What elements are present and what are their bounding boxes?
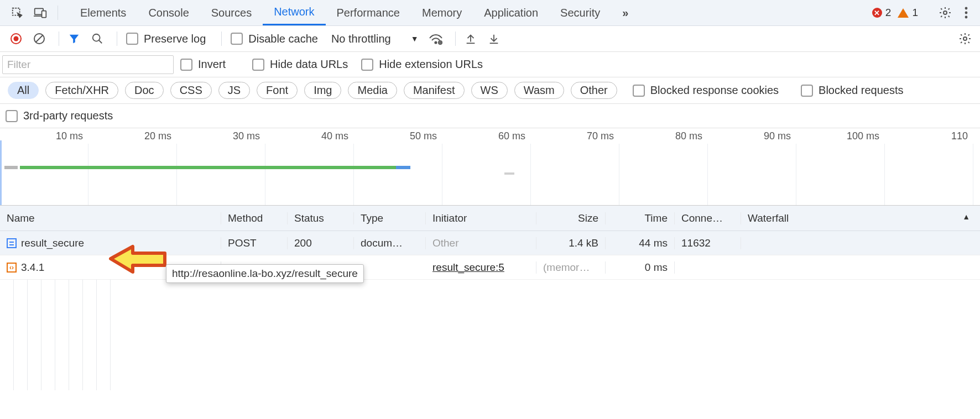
pill-doc[interactable]: Doc <box>125 82 164 99</box>
hide-ext-urls-checkbox[interactable]: Hide extension URLs <box>361 58 483 71</box>
warning-count: 1 <box>912 7 918 19</box>
error-count: 2 <box>885 7 892 19</box>
request-size: (memor… <box>536 261 606 274</box>
disable-cache-label: Disable cache <box>248 33 318 45</box>
inspect-icon[interactable] <box>9 4 25 21</box>
timeline-tick: 60 ms <box>442 130 531 142</box>
pill-other[interactable]: Other <box>571 82 617 99</box>
hide-data-urls-checkbox[interactable]: Hide data URLs <box>252 58 348 71</box>
upload-har-icon[interactable] <box>461 29 480 48</box>
pill-js[interactable]: JS <box>218 82 250 99</box>
device-toggle-icon[interactable] <box>32 4 49 21</box>
download-har-icon[interactable] <box>484 29 503 48</box>
col-initiator[interactable]: Initiator <box>426 212 536 224</box>
kebab-menu-icon[interactable] <box>958 4 974 21</box>
svg-point-18 <box>963 37 967 40</box>
tab-network[interactable]: Network <box>263 0 325 25</box>
request-time: 0 ms <box>606 261 675 274</box>
tab-console[interactable]: Console <box>137 0 200 25</box>
col-time[interactable]: Time <box>606 212 675 224</box>
svg-point-5 <box>965 7 968 10</box>
blocked-cookies-checkbox[interactable]: Blocked response cookies <box>633 84 779 97</box>
document-icon <box>7 238 17 248</box>
tab-memory[interactable]: Memory <box>411 0 473 25</box>
request-initiator: Other <box>426 237 536 249</box>
third-party-label: 3rd-party requests <box>23 109 113 122</box>
pill-all[interactable]: All <box>8 82 39 99</box>
record-button[interactable] <box>7 29 25 48</box>
pill-ws[interactable]: WS <box>471 82 508 99</box>
search-icon[interactable] <box>88 29 107 48</box>
tabs-more[interactable]: » <box>611 0 639 25</box>
timeline-tick: 50 ms <box>354 130 442 142</box>
svg-point-9 <box>14 36 19 41</box>
request-name: result_secure <box>21 237 84 249</box>
third-party-checkbox[interactable]: 3rd-party requests <box>6 109 113 122</box>
svg-line-13 <box>99 40 102 44</box>
pill-css[interactable]: CSS <box>170 82 212 99</box>
request-status: 200 <box>288 237 354 249</box>
col-method[interactable]: Method <box>221 212 288 224</box>
request-row[interactable]: ‹›3.4.1result_secure:5(memor…0 ms <box>0 255 980 280</box>
tab-application[interactable]: Application <box>473 0 549 25</box>
chevron-down-icon: ▼ <box>411 34 419 43</box>
svg-point-14 <box>435 41 436 43</box>
issues-badges[interactable]: ✕ 2 1 <box>872 7 922 19</box>
timeline-overview[interactable]: 10 ms20 ms30 ms40 ms50 ms60 ms70 ms80 ms… <box>0 128 980 206</box>
request-type: docum… <box>354 237 426 249</box>
col-type[interactable]: Type <box>354 212 426 224</box>
blocked-cookies-label: Blocked response cookies <box>650 84 779 97</box>
timeline-tick: 70 ms <box>531 130 619 142</box>
timeline-tick: 80 ms <box>619 130 708 142</box>
col-waterfall[interactable]: Waterfall▲ <box>741 212 980 224</box>
clear-button[interactable] <box>30 29 49 48</box>
col-size[interactable]: Size <box>536 212 606 224</box>
col-status[interactable]: Status <box>288 212 354 224</box>
timeline-tick: 100 ms <box>796 130 885 142</box>
pill-img[interactable]: Img <box>304 82 341 99</box>
network-conditions-icon[interactable] <box>426 29 445 48</box>
request-size: 1.4 kB <box>536 237 606 249</box>
blocked-requests-checkbox[interactable]: Blocked requests <box>801 84 903 97</box>
tab-sources[interactable]: Sources <box>200 0 263 25</box>
svg-line-11 <box>36 35 43 42</box>
timeline-tick: 40 ms <box>265 130 354 142</box>
pill-font[interactable]: Font <box>257 82 298 99</box>
disable-cache-checkbox[interactable]: Disable cache <box>231 33 318 45</box>
gear-icon[interactable] <box>937 4 953 21</box>
sort-arrow-icon: ▲ <box>962 212 970 221</box>
timeline-tick: 90 ms <box>708 130 796 142</box>
tab-elements[interactable]: Elements <box>69 0 137 25</box>
pill-fetch-xhr[interactable]: Fetch/XHR <box>45 82 118 99</box>
svg-point-6 <box>965 12 968 14</box>
svg-point-4 <box>943 11 947 14</box>
preserve-log-checkbox[interactable]: Preserve log <box>126 33 206 45</box>
url-tooltip: http://resaonline.la-bo.xyz/result_secur… <box>166 264 364 283</box>
error-icon: ✕ <box>872 8 882 18</box>
col-name[interactable]: Name <box>0 212 221 224</box>
invert-label: Invert <box>198 58 226 71</box>
request-connection: 11632 <box>675 237 741 249</box>
timeline-tick: 10 ms <box>0 130 88 142</box>
col-connection[interactable]: Conne… <box>675 212 741 224</box>
svg-point-12 <box>93 34 100 41</box>
hide-data-urls-label: Hide data URLs <box>270 58 348 71</box>
timeline-tick: 110 <box>885 130 973 142</box>
filter-icon[interactable] <box>65 29 84 48</box>
tab-security[interactable]: Security <box>549 0 611 25</box>
invert-checkbox[interactable]: Invert <box>180 58 226 71</box>
svg-rect-3 <box>42 11 46 18</box>
pill-manifest[interactable]: Manifest <box>404 82 465 99</box>
tab-performance[interactable]: Performance <box>326 0 411 25</box>
hide-ext-urls-label: Hide extension URLs <box>379 58 483 71</box>
pill-wasm[interactable]: Wasm <box>514 82 564 99</box>
network-settings-icon[interactable] <box>957 30 973 47</box>
filter-input[interactable] <box>2 55 174 74</box>
throttling-value: No throttling <box>331 33 391 45</box>
pill-media[interactable]: Media <box>348 82 397 99</box>
request-row[interactable]: result_securePOST200docum…Other1.4 kB44 … <box>0 231 980 255</box>
blocked-requests-label: Blocked requests <box>819 84 903 97</box>
request-initiator[interactable]: result_secure:5 <box>426 261 536 274</box>
throttling-select[interactable]: No throttling ▼ <box>331 33 419 45</box>
request-name: 3.4.1 <box>21 261 44 274</box>
